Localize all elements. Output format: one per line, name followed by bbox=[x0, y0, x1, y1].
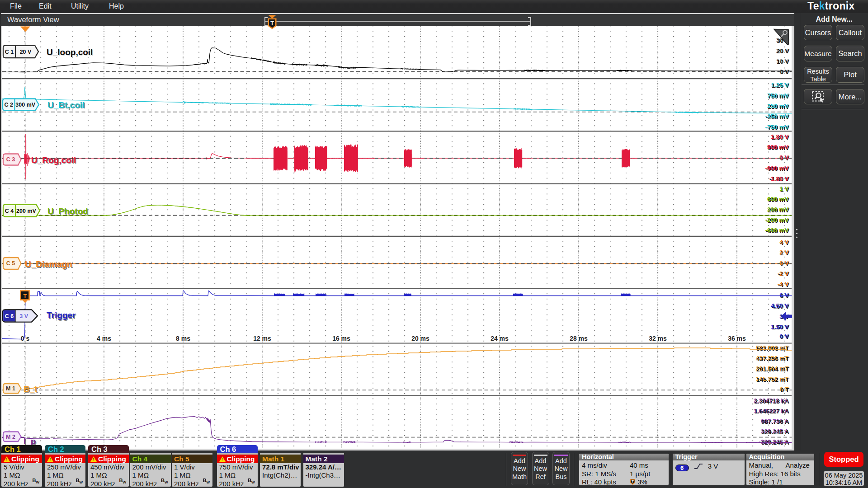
svg-text:Trigger: Trigger bbox=[47, 310, 76, 320]
svg-text:T: T bbox=[270, 20, 274, 27]
svg-text:M 1: M 1 bbox=[6, 385, 15, 392]
svg-text:U_Bt,coil: U_Bt,coil bbox=[47, 100, 85, 110]
svg-text:1.646227 kA: 1.646227 kA bbox=[755, 408, 790, 415]
svg-text:U_loop,coil: U_loop,coil bbox=[47, 47, 93, 57]
svg-text:1.25 V: 1.25 V bbox=[771, 82, 788, 89]
svg-text:437.256 mT: 437.256 mT bbox=[756, 356, 790, 362]
svg-text:1.80 V: 1.80 V bbox=[771, 133, 788, 140]
svg-text:4 V: 4 V bbox=[779, 239, 788, 245]
svg-text:1.50 V: 1.50 V bbox=[771, 324, 788, 330]
svg-text:-2 V: -2 V bbox=[778, 270, 789, 277]
svg-text:24 ms: 24 ms bbox=[491, 335, 509, 342]
svg-text:0 V: 0 V bbox=[779, 333, 788, 340]
svg-text:T: T bbox=[23, 293, 27, 300]
svg-text:32 ms: 32 ms bbox=[649, 335, 667, 342]
svg-text:U_Photod: U_Photod bbox=[47, 206, 88, 216]
svg-text:0 s: 0 s bbox=[21, 335, 30, 342]
svg-text:987.736 A: 987.736 A bbox=[761, 418, 789, 425]
svg-text:16 ms: 16 ms bbox=[332, 335, 350, 342]
svg-text:20 V: 20 V bbox=[777, 48, 789, 55]
svg-text:U_Rog,coil: U_Rog,coil bbox=[31, 155, 76, 165]
svg-text:28 ms: 28 ms bbox=[570, 335, 588, 342]
svg-text:0 V: 0 V bbox=[780, 69, 789, 75]
svg-text:4.50 V: 4.50 V bbox=[771, 302, 788, 309]
svg-text:-600 mV: -600 mV bbox=[765, 227, 789, 234]
svg-text:583.008 mT: 583.008 mT bbox=[756, 345, 790, 352]
svg-text:-750 mV: -750 mV bbox=[765, 124, 789, 131]
svg-text:250 mV: 250 mV bbox=[767, 103, 788, 109]
svg-text:C 3: C 3 bbox=[6, 156, 15, 163]
svg-text:-4 V: -4 V bbox=[778, 281, 789, 287]
svg-text:C 4: C 4 bbox=[5, 208, 14, 214]
svg-text:145.752 mT: 145.752 mT bbox=[756, 376, 790, 383]
svg-text:20 V: 20 V bbox=[20, 49, 32, 55]
svg-text:-250 mV: -250 mV bbox=[765, 113, 789, 120]
svg-text:-1.80 V: -1.80 V bbox=[769, 175, 789, 182]
svg-text:900 mV: 900 mV bbox=[767, 144, 788, 150]
svg-text:M 2: M 2 bbox=[6, 434, 15, 440]
svg-text:200 mV: 200 mV bbox=[767, 206, 788, 213]
svg-text:I_p: I_p bbox=[24, 436, 36, 446]
svg-text:U_Diamagn: U_Diamagn bbox=[25, 259, 72, 269]
svg-text:-900 mV: -900 mV bbox=[765, 165, 789, 172]
svg-text:4 ms: 4 ms bbox=[97, 335, 111, 342]
svg-text:0 V: 0 V bbox=[779, 260, 788, 267]
svg-text:B_t: B_t bbox=[24, 384, 38, 394]
svg-text:-200 mV: -200 mV bbox=[765, 216, 789, 223]
svg-text:200 mV: 200 mV bbox=[16, 208, 36, 214]
svg-text:0 T: 0 T bbox=[780, 387, 789, 394]
svg-text:1 V: 1 V bbox=[779, 185, 788, 192]
svg-text:8 ms: 8 ms bbox=[176, 335, 190, 342]
svg-text:20 ms: 20 ms bbox=[411, 335, 429, 342]
svg-text:0 V: 0 V bbox=[779, 154, 788, 161]
svg-text:300 mV: 300 mV bbox=[15, 102, 35, 108]
svg-text:T: T bbox=[632, 479, 634, 483]
svg-text:36 ms: 36 ms bbox=[728, 335, 746, 342]
svg-text:3 V: 3 V bbox=[19, 313, 28, 319]
svg-text:2.304718 kA: 2.304718 kA bbox=[755, 398, 790, 405]
svg-text:600 mV: 600 mV bbox=[767, 196, 788, 202]
svg-text:C 1: C 1 bbox=[5, 49, 14, 55]
svg-text:C 6: C 6 bbox=[5, 313, 14, 319]
svg-text:329.245 A: 329.245 A bbox=[761, 429, 789, 436]
svg-text:6 V: 6 V bbox=[779, 292, 788, 299]
svg-text:291.504 mT: 291.504 mT bbox=[756, 366, 790, 373]
svg-text:C 5: C 5 bbox=[6, 260, 15, 267]
svg-text:C 2: C 2 bbox=[5, 102, 14, 108]
svg-text:2 V: 2 V bbox=[779, 249, 788, 256]
svg-text:10 V: 10 V bbox=[777, 58, 789, 65]
svg-text:12 ms: 12 ms bbox=[253, 335, 271, 342]
svg-text:750 mV: 750 mV bbox=[767, 92, 788, 99]
